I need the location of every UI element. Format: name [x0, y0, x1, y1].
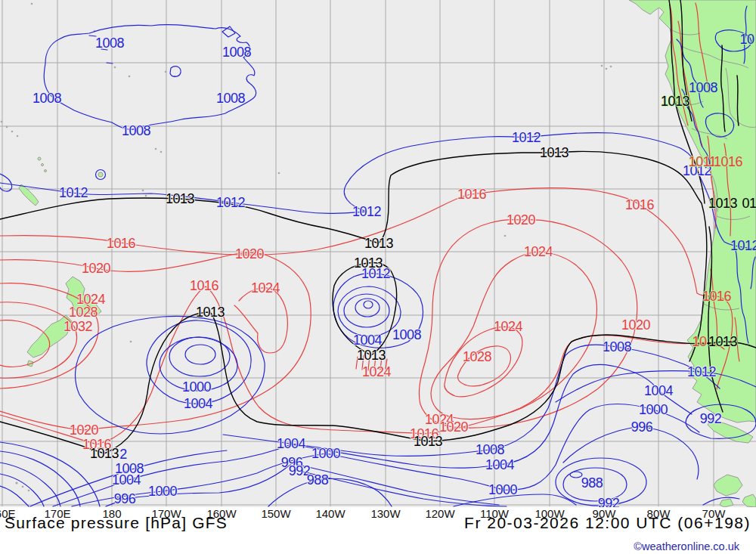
pressure-map: 1008100810081008100810121012101210121012… — [0, 0, 756, 507]
tick-label-150W: 150W — [261, 507, 290, 520]
tick-label-120W: 120W — [425, 507, 454, 520]
vanuatu-3 — [45, 170, 47, 172]
tierra-del-fuego — [708, 420, 753, 443]
landmasses — [1, 0, 756, 507]
footer-bar: 160E170E180170W160W150W140W130W120W110W1… — [0, 507, 756, 554]
nz-north-island — [66, 277, 101, 316]
tick-label-140W: 140W — [315, 507, 345, 520]
antarctic-island-3 — [720, 499, 733, 507]
map-title: Surface pressure [hPa] GFS — [5, 514, 228, 532]
antarctic-peninsula-island — [714, 475, 742, 496]
fiji-island — [98, 172, 103, 177]
copyright-link[interactable]: ©weatheronline.co.uk — [634, 540, 739, 552]
tick-label-130W: 130W — [370, 507, 400, 520]
map-canvas — [0, 0, 756, 507]
nz-south-island — [27, 315, 72, 357]
isobars-1013-black — [0, 0, 756, 453]
south-america-landmass — [629, 0, 756, 422]
island-specks — [1, 3, 612, 492]
forecast-datetime: Fr 20-03-2026 12:00 UTC (06+198) — [464, 514, 751, 532]
vanuatu-2 — [42, 164, 44, 166]
vanuatu-1 — [38, 157, 41, 160]
red-hatch-converging-isobars — [356, 355, 387, 370]
graticule-grid — [0, 0, 756, 506]
